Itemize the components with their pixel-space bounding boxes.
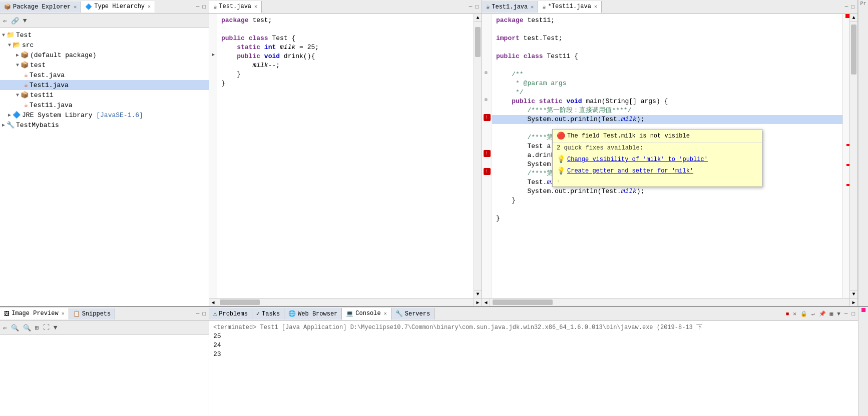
console-scroll-lock-btn[interactable]: 🔒 bbox=[799, 310, 808, 318]
quickfix-item-1[interactable]: 💡 Change visibility of 'milk' to 'public… bbox=[553, 154, 762, 165]
quickfix-item-2[interactable]: 💡 Create getter and setter for 'milk' bbox=[553, 165, 762, 176]
tab-test-java[interactable]: ☕ Test.java ✕ bbox=[209, 1, 262, 13]
console-min-btn[interactable]: ─ bbox=[843, 310, 849, 318]
editor1-tab-bar: ☕ Test.java ✕ ─ □ bbox=[209, 0, 482, 14]
tab-servers[interactable]: 🔧 Servers bbox=[391, 308, 435, 320]
tree-item-test-package[interactable]: ▼ 📦 test bbox=[0, 60, 209, 70]
hscroll-right[interactable]: ▶ bbox=[474, 298, 482, 306]
img-zoom-out-btn[interactable]: 🔍 bbox=[22, 324, 32, 332]
img-full-btn[interactable]: ⛶ bbox=[42, 324, 51, 332]
hscroll-left[interactable]: ◀ bbox=[209, 298, 217, 306]
bl-min-btn[interactable]: ─ bbox=[195, 310, 201, 318]
tab-type-hierarchy-close[interactable]: ✕ bbox=[148, 4, 151, 10]
bl-max-btn[interactable]: □ bbox=[201, 310, 207, 318]
console-display-btn[interactable]: ▦ bbox=[829, 310, 834, 318]
editor2-code[interactable]: package test11; import test.Test; public… bbox=[492, 14, 842, 298]
tab-test-java-close[interactable]: ✕ bbox=[254, 4, 257, 10]
tree-item-test1-java[interactable]: ☕ Test1.java bbox=[0, 80, 209, 90]
hscroll2-right[interactable]: ▶ bbox=[849, 298, 857, 306]
hscroll-track[interactable] bbox=[217, 298, 474, 306]
tab-test11-java[interactable]: ☕ *Test11.java ✕ bbox=[538, 1, 602, 13]
tree-item-src[interactable]: ▼ 📂 src bbox=[0, 40, 209, 50]
img-menu-btn[interactable]: ▼ bbox=[53, 324, 59, 332]
hscroll-thumb[interactable] bbox=[220, 300, 260, 305]
tab-package-explorer-close[interactable]: ✕ bbox=[74, 4, 77, 10]
max-btn2[interactable]: □ bbox=[850, 4, 855, 10]
min-btn[interactable]: ─ bbox=[468, 4, 474, 10]
tree-item-test11-package[interactable]: ▼ 📦 test11 bbox=[0, 90, 209, 100]
status-indicator bbox=[861, 308, 865, 312]
vscroll2-track[interactable] bbox=[850, 22, 857, 290]
tree-item-testmybatis[interactable]: ▶ 🔧 TestMybatis bbox=[0, 120, 209, 130]
editor1-code[interactable]: package test; public class Test { static… bbox=[217, 14, 474, 298]
tab-test11-java-close[interactable]: ✕ bbox=[594, 4, 597, 10]
java-file-icon: ☕ bbox=[24, 71, 28, 79]
bottom-layout: 🖼 Image Preview ✕ 📋 Snippets ─ □ ⇐ bbox=[0, 307, 868, 416]
package-icon: 📦 bbox=[21, 61, 29, 69]
tree-item-test-java[interactable]: ☕ Test.java bbox=[0, 70, 209, 80]
tab-snippets[interactable]: 📋 Snippets bbox=[69, 308, 116, 320]
g13 bbox=[482, 122, 490, 131]
quickfix-link-2[interactable]: Create getter and setter for 'milk' bbox=[567, 168, 693, 174]
g12: ! bbox=[484, 114, 491, 121]
quickfix-item-3[interactable]: ◦ bbox=[553, 176, 762, 186]
hscroll2-thumb[interactable] bbox=[493, 300, 553, 305]
minimize-btn[interactable]: ─ bbox=[195, 4, 201, 10]
tab-console-close[interactable]: ✕ bbox=[384, 310, 387, 316]
tree-item-test[interactable]: ▼ 📁 Test bbox=[0, 30, 209, 40]
vscroll2-up[interactable]: ▲ bbox=[850, 14, 857, 22]
img-back-btn[interactable]: ⇐ bbox=[2, 324, 8, 332]
vscroll-track[interactable] bbox=[474, 22, 482, 290]
tab-test1-java[interactable]: ☕ Test1.java ✕ bbox=[482, 1, 538, 12]
tab-test1-java-close[interactable]: ✕ bbox=[531, 4, 534, 10]
img-fit-btn[interactable]: ⊞ bbox=[34, 324, 40, 332]
g19 bbox=[482, 176, 490, 185]
tab-image-preview-close[interactable]: ✕ bbox=[62, 310, 65, 316]
console-menu-btn[interactable]: ▼ bbox=[836, 310, 841, 318]
console-max-btn[interactable]: □ bbox=[850, 310, 856, 318]
view-menu-btn[interactable]: ▼ bbox=[22, 16, 28, 25]
image-preview-toolbar: ⇐ 🔍 🔍 ⊞ ⛶ ▼ bbox=[0, 321, 209, 335]
max-btn[interactable]: □ bbox=[474, 4, 480, 10]
vscroll-thumb[interactable] bbox=[475, 27, 481, 57]
vscroll-up[interactable]: ▲ bbox=[474, 14, 482, 22]
tree-label-test-package: test bbox=[30, 62, 46, 69]
g15 bbox=[482, 140, 490, 149]
editor1-hscroll[interactable]: ◀ ▶ bbox=[209, 298, 482, 306]
collapse-all-btn[interactable]: ⇐ bbox=[2, 16, 8, 26]
tab-type-hierarchy-label: Type Hierarchy bbox=[94, 3, 145, 10]
hscroll2-left[interactable]: ◀ bbox=[482, 298, 490, 306]
vscroll2-down[interactable]: ▼ bbox=[850, 290, 857, 298]
editor2-hscroll[interactable]: ◀ ▶ bbox=[482, 298, 857, 306]
console-word-wrap-btn[interactable]: ↵ bbox=[810, 310, 816, 318]
console-stop-btn[interactable]: ■ bbox=[785, 310, 790, 318]
editor2-vscroll[interactable]: ▲ ▼ bbox=[849, 14, 857, 298]
tab-package-explorer[interactable]: 📦 Package Explorer ✕ bbox=[0, 2, 81, 12]
console-pin-btn[interactable]: 📌 bbox=[818, 310, 827, 318]
link-editor-btn[interactable]: 🔗 bbox=[10, 16, 20, 26]
tab-type-hierarchy[interactable]: 🔷 Type Hierarchy ✕ bbox=[81, 1, 155, 12]
tree-item-jre[interactable]: ▶ 🔷 JRE System Library [JavaSE-1.6] bbox=[0, 110, 209, 120]
min-btn2[interactable]: ─ bbox=[844, 4, 849, 10]
editor1-code-content[interactable]: package test; public class Test { static… bbox=[217, 14, 474, 298]
tab-problems[interactable]: ⚠ Problems bbox=[209, 308, 252, 320]
hscroll2-track[interactable] bbox=[490, 298, 849, 306]
tab-tasks[interactable]: ✓ Tasks bbox=[252, 308, 284, 320]
tab-web-browser[interactable]: 🌐 Web Browser bbox=[284, 308, 342, 320]
quickfix-count: 2 quick fixes available: bbox=[553, 142, 762, 154]
java-file-icon: ☕ bbox=[24, 101, 28, 109]
tab-image-preview[interactable]: 🖼 Image Preview ✕ bbox=[0, 308, 69, 320]
tree-item-default-package[interactable]: ▶ 📦 (default package) bbox=[0, 50, 209, 60]
quickfix-link-1[interactable]: Change visibility of 'milk' to 'public' bbox=[567, 156, 708, 163]
expand-icon: ▼ bbox=[16, 62, 19, 68]
vscroll-down[interactable]: ▼ bbox=[474, 290, 482, 298]
image-preview-icon: 🖼 bbox=[4, 310, 10, 317]
maximize-btn[interactable]: □ bbox=[201, 4, 207, 10]
vscroll2-thumb[interactable] bbox=[851, 24, 856, 74]
console-clear-btn[interactable]: ✕ bbox=[792, 310, 797, 318]
project-icon: 📁 bbox=[7, 31, 15, 39]
img-zoom-in-btn[interactable]: 🔍 bbox=[10, 324, 20, 332]
editor1-vscroll[interactable]: ▲ ▼ bbox=[474, 14, 482, 298]
tree-item-test11-java[interactable]: ☕ Test11.java bbox=[0, 100, 209, 110]
tab-console[interactable]: 💻 Console ✕ bbox=[342, 308, 391, 320]
